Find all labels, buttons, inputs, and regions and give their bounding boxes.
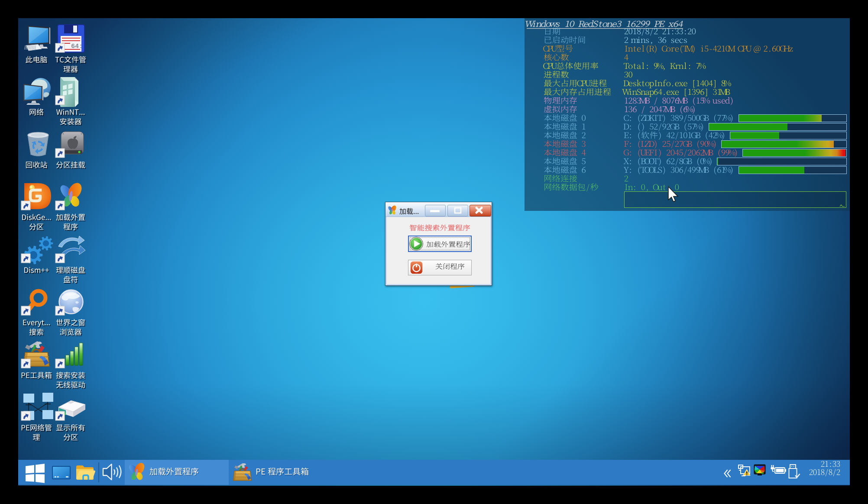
svg-text:64:: 64: (71, 43, 83, 50)
